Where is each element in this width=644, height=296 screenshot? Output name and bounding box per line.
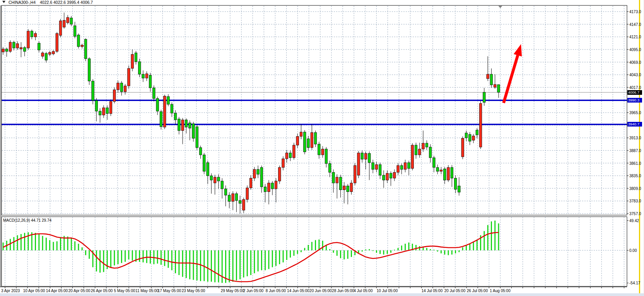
time-tick-label: 11 May 05:00 [135, 289, 159, 293]
hline-price-tag-2: 3940.7 [627, 122, 642, 127]
time-tick-label: 17 May 05:00 [158, 289, 181, 293]
ohlc-readout: 4022.6 4022.6 3995.4 4006.7 [40, 0, 93, 5]
symbol-dropdown-icon[interactable] [2, 1, 5, 3]
price-tick-label: 3809.0 [629, 186, 641, 190]
time-tick-label: 3 Apr 2023 [1, 289, 20, 293]
time-tick-label: 26 Jul 05:00 [467, 289, 488, 293]
hline-price-tag-1: 3990.3 [627, 98, 642, 103]
price-tick-label: 3887.0 [629, 148, 641, 152]
time-tick-label: 10 Apr 05:00 [23, 289, 45, 293]
axis-ticks [5, 12, 629, 288]
time-tick-label: 10 Jul 05:00 [377, 289, 398, 293]
time-tick-label: 23 May 05:00 [182, 289, 205, 293]
price-tick-label: 4095.0 [629, 47, 641, 51]
price-tick-label: 4017.0 [629, 85, 641, 89]
macd-pane-border [2, 217, 627, 286]
price-tick-label: 4043.0 [629, 73, 641, 77]
time-tick-label: 26 Apr 05:00 [91, 289, 113, 293]
time-tick-label: 28 Jun 05:00 [332, 289, 354, 293]
price-tick-label: 3913.0 [629, 136, 641, 140]
price-tick-label: 3835.0 [629, 174, 641, 178]
macd-tick-label: 49.42 [629, 219, 639, 223]
price-tick-label: 4121.0 [629, 35, 641, 39]
time-tick-label: 29 May 05:00 [221, 289, 244, 293]
current-price-tag: 4006.7 [627, 90, 642, 95]
time-tick-label: 2 Jun 05:00 [243, 289, 263, 293]
time-tick-label: 5 May 05:00 [114, 289, 135, 293]
macd-tick-label: -54.17 [629, 281, 640, 285]
mt4-chart-window: CHINA300-,H4 4022.6 4022.6 3995.4 4006.7… [0, 0, 644, 296]
macd-histogram [3, 221, 499, 283]
vertical-line-marker[interactable] [639, 0, 640, 293]
chart-canvas[interactable] [0, 0, 644, 296]
macd-main-value: 44.71 [31, 218, 41, 222]
price-tick-label: 3757.0 [629, 212, 641, 216]
time-tick-label: 8 Jun 05:00 [266, 289, 286, 293]
time-tick-label: 4 Jul 05:00 [354, 289, 373, 293]
time-tick-label: 1 Aug 05:00 [490, 289, 510, 293]
candlestick-series [2, 13, 500, 214]
chart-shift-triangle-icon[interactable] [499, 6, 502, 8]
chart-title-bar: CHINA300-,H4 4022.6 4022.6 3995.4 4006.7 [0, 0, 642, 5]
time-tick-label: 14 Jul 05:00 [422, 289, 443, 293]
price-tick-label: 3861.0 [629, 161, 641, 165]
time-tick-label: 14 Jun 05:00 [287, 289, 309, 293]
price-tick-label: 4147.0 [629, 22, 641, 26]
price-tick-label: 3783.0 [629, 199, 641, 203]
price-tick-label: 4173.0 [629, 10, 641, 14]
symbol-period-label: CHINA300-,H4 [9, 0, 36, 5]
grid-lines [2, 6, 627, 286]
time-tick-label: 20 Jul 05:00 [444, 289, 466, 293]
time-tick-label: 14 Apr 05:00 [46, 289, 68, 293]
time-tick-label: 20 Apr 05:00 [68, 289, 91, 293]
price-tick-label: 4069.0 [629, 60, 641, 64]
macd-name: MACD(12,26,9) [3, 218, 30, 222]
trend-arrow[interactable] [504, 44, 522, 103]
time-tick-label: 20 Jun 05:00 [309, 289, 332, 293]
window-bottom-strip [0, 293, 644, 296]
macd-tick-label: 0.00 [629, 248, 637, 253]
macd-signal-value: 29.74 [42, 218, 51, 222]
price-tick-label: 3965.0 [629, 111, 641, 115]
macd-indicator-label: MACD(12,26,9) 44.71 29.74 [3, 218, 51, 222]
